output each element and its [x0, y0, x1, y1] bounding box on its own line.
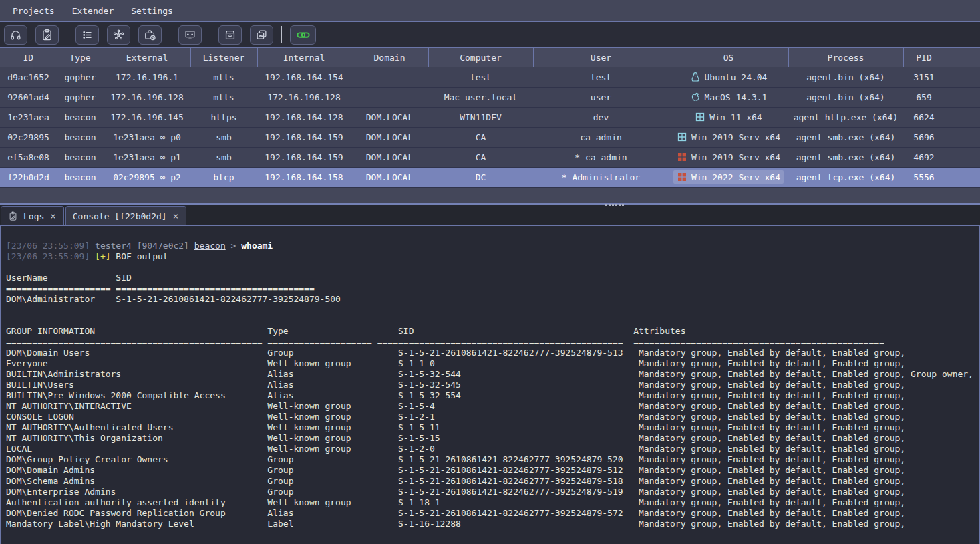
session-cell: CA: [428, 128, 533, 148]
session-cell: [945, 88, 980, 108]
session-cell: 172.16.196.128: [104, 88, 190, 108]
session-cell: 192.168.164.159: [257, 128, 351, 148]
toolbar-separator: [210, 26, 210, 43]
session-row-02c29895[interactable]: 02c29895beacon1e231aea ∞ p0smb192.168.16…: [0, 128, 980, 148]
session-cell: ef5a8e08: [0, 148, 57, 168]
session-cell: beacon: [57, 168, 104, 188]
os-label: Win 11 x64: [709, 112, 762, 122]
session-cell: test: [533, 67, 669, 88]
session-cell: agent_smb.exe (x64): [788, 128, 903, 148]
sessions-table: IDTypeExternalListenerInternalDomainComp…: [0, 47, 980, 202]
column-header-id[interactable]: ID: [0, 48, 57, 67]
sessions-table-button[interactable]: [75, 25, 99, 45]
session-cell: [351, 88, 428, 108]
session-cell-os: Ubuntu 24.04: [669, 67, 788, 88]
column-header-computer[interactable]: Computer: [428, 48, 533, 67]
session-cell: user: [533, 88, 669, 108]
targets-button[interactable]: [178, 25, 202, 45]
session-cell: 6624: [903, 108, 945, 128]
session-cell: 172.16.196.128: [257, 88, 351, 108]
session-cell-os: Win 2022 Serv x64: [669, 168, 788, 188]
os-label: MacOS 14.3.1: [705, 92, 768, 102]
session-cell: DC: [428, 168, 533, 188]
session-cell: gopher: [57, 67, 104, 88]
tab-close-icon[interactable]: ×: [172, 211, 179, 221]
console-output[interactable]: [23/06 23:55:09] tester4 [9047e0c2] beac…: [0, 225, 980, 544]
column-header-type[interactable]: Type: [57, 48, 104, 67]
session-cell: 192.168.164.159: [257, 148, 351, 168]
session-row-d9ac1652[interactable]: d9ac1652gopher172.16.196.1mtls192.168.16…: [0, 67, 980, 88]
windows-icon: [677, 172, 687, 182]
os-label: Win 2019 Serv x64: [691, 132, 780, 142]
logs-button[interactable]: [35, 25, 59, 45]
session-cell: [945, 168, 980, 188]
session-cell: Mac-user.local: [428, 88, 533, 108]
tab-logs[interactable]: Logs×: [1, 206, 64, 225]
column-header-user[interactable]: User: [533, 48, 669, 67]
session-cell: test: [428, 67, 533, 88]
session-row-f22b0d2d[interactable]: f22b0d2dbeacon02c29895 ∞ p2btcp192.168.1…: [0, 168, 980, 188]
tasks-button[interactable]: [138, 25, 162, 45]
session-cell: [945, 67, 980, 88]
console-line: CONSOLE LOGON Well-known group S-1-2-1 M…: [6, 412, 979, 422]
session-row-1e231aea[interactable]: 1e231aeabeacon172.16.196.145https192.168…: [0, 108, 980, 128]
column-header-listener[interactable]: Listener: [190, 48, 257, 67]
splitter-grip-icon[interactable]: [605, 204, 624, 206]
session-cell: 92601ad4: [0, 88, 57, 108]
console-line: UserName SID: [6, 273, 979, 283]
column-header-os[interactable]: OS: [669, 48, 788, 67]
column-header-internal[interactable]: Internal: [257, 48, 351, 67]
menu-item-settings[interactable]: Settings: [122, 0, 182, 21]
console-line: DOM\Group Policy Creator Owners Group S-…: [6, 454, 979, 465]
clipboard-icon: [8, 211, 18, 221]
console-line: BUILTIN\Administrators Alias S-1-5-32-54…: [6, 369, 979, 380]
console-line: NT AUTHORITY\Authenticated Users Well-kn…: [6, 422, 979, 433]
listeners-button[interactable]: [4, 25, 27, 45]
console-tab-bar: Logs×Console [f22b0d2d]×: [0, 205, 980, 225]
session-cell: agent_smb.exe (x64): [788, 148, 903, 168]
os-label: Win 2022 Serv x64: [691, 172, 780, 182]
session-cell: 172.16.196.145: [104, 108, 190, 128]
toolbar: [0, 22, 980, 47]
tab-close-icon[interactable]: ×: [49, 211, 56, 221]
column-header-process[interactable]: Process: [788, 48, 903, 67]
screenshots-button[interactable]: [250, 25, 273, 45]
session-cell-os: Win 2019 Serv x64: [669, 148, 788, 168]
session-row-ef5a8e08[interactable]: ef5a8e08beacon1e231aea ∞ p1smb192.168.16…: [0, 148, 980, 168]
panel-splitter[interactable]: [0, 202, 980, 205]
session-cell: 02c29895 ∞ p2: [104, 168, 190, 188]
inbox-icon: [224, 29, 236, 41]
session-cell: 172.16.196.1: [104, 67, 190, 88]
console-line: BUILTIN\Users Alias S-1-5-32-545 Mandato…: [6, 380, 979, 390]
console-line: NT AUTHORITY\This Organization Well-know…: [6, 433, 979, 444]
tab-console[interactable]: Console [f22b0d2d]×: [65, 206, 186, 225]
column-header-external[interactable]: External: [104, 48, 190, 67]
menu-item-extender[interactable]: Extender: [63, 0, 123, 21]
session-cell: 659: [903, 88, 945, 108]
column-header-extra[interactable]: [945, 48, 980, 67]
session-row-92601ad4[interactable]: 92601ad4gopher172.16.196.128mtls172.16.1…: [0, 88, 980, 108]
menu-item-projects[interactable]: Projects: [4, 0, 63, 21]
console-line: [6, 262, 979, 273]
console-line: DOM\Administrator S-1-5-21-2610861421-82…: [6, 294, 979, 305]
console-line: Mandatory Label\High Mandatory Level Lab…: [6, 519, 979, 529]
session-cell: [945, 128, 980, 148]
column-header-pid[interactable]: PID: [903, 48, 945, 67]
app-window: ProjectsExtenderSettings IDTypeExternalL…: [0, 0, 980, 544]
link-button[interactable]: [290, 25, 316, 45]
session-cell: 192.168.164.158: [257, 168, 351, 188]
console-line: Everyone Well-known group S-1-1-0 Mandat…: [6, 358, 979, 369]
session-cell: 5556: [903, 168, 945, 188]
session-cell: ca_admin: [533, 128, 669, 148]
session-cell: 1e231aea ∞ p1: [104, 148, 190, 168]
session-cell: DOM.LOCAL: [351, 128, 428, 148]
downloads-button[interactable]: [218, 25, 242, 45]
session-cell: * ca_admin: [533, 148, 669, 168]
link-icon: [296, 29, 311, 41]
session-cell: 02c29895: [0, 128, 57, 148]
console-line: DOM\Domain Admins Group S-1-5-21-2610861…: [6, 465, 979, 476]
column-header-domain[interactable]: Domain: [351, 48, 428, 67]
session-cell: DOM.LOCAL: [351, 108, 428, 128]
console-line: [23/06 23:55:09] tester4 [9047e0c2] beac…: [6, 241, 979, 251]
sessions-graph-button[interactable]: [107, 25, 130, 45]
